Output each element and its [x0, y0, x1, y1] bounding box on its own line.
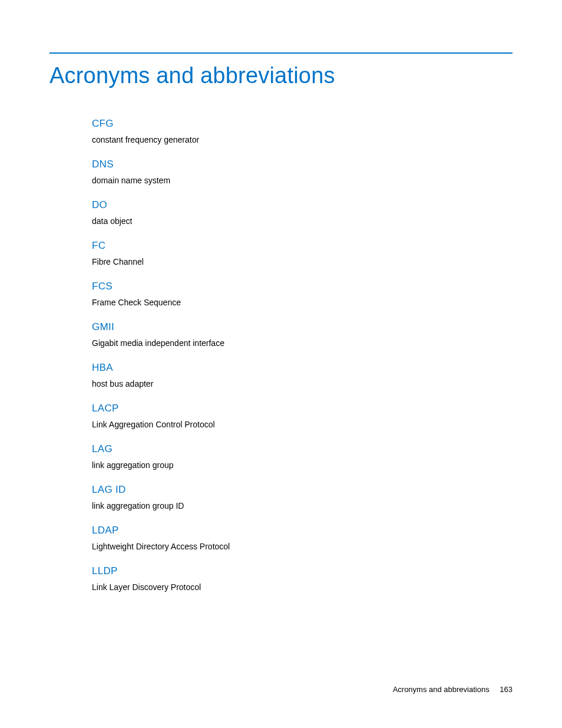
definition: domain name system: [92, 176, 513, 185]
definition: data object: [92, 216, 513, 226]
definition: constant frequency generator: [92, 135, 513, 144]
term: FCS: [92, 281, 513, 292]
definition: Link Aggregation Control Protocol: [92, 420, 513, 429]
glossary-entry: DO data object: [92, 199, 513, 226]
term: GMII: [92, 321, 513, 333]
glossary-entry: FCS Frame Check Sequence: [92, 281, 513, 307]
definition: link aggregation group ID: [92, 501, 513, 510]
glossary-entry: HBA host bus adapter: [92, 362, 513, 388]
glossary-entry: LAG link aggregation group: [92, 443, 513, 470]
term: LACP: [92, 403, 513, 414]
glossary-entry: DNS domain name system: [92, 159, 513, 185]
glossary-entry: FC Fibre Channel: [92, 240, 513, 266]
term: LDAP: [92, 525, 513, 536]
page-footer: Acronyms and abbreviations 163: [393, 685, 513, 694]
glossary-entry: LDAP Lightweight Directory Access Protoc…: [92, 525, 513, 551]
term: LAG: [92, 443, 513, 455]
term: LLDP: [92, 565, 513, 577]
definition: Link Layer Discovery Protocol: [92, 582, 513, 592]
term: DO: [92, 199, 513, 211]
glossary-entry: LAG ID link aggregation group ID: [92, 484, 513, 510]
definition: Fibre Channel: [92, 257, 513, 266]
top-rule: [49, 52, 513, 54]
term: LAG ID: [92, 484, 513, 496]
footer-section: Acronyms and abbreviations: [393, 685, 490, 694]
definition: link aggregation group: [92, 460, 513, 470]
definition: Gigabit media independent interface: [92, 338, 513, 348]
definition: host bus adapter: [92, 379, 513, 388]
glossary-content: CFG constant frequency generator DNS dom…: [92, 118, 513, 606]
definition: Lightweight Directory Access Protocol: [92, 542, 513, 551]
definition: Frame Check Sequence: [92, 298, 513, 307]
page-title: Acronyms and abbreviations: [49, 63, 335, 88]
term: HBA: [92, 362, 513, 374]
term: CFG: [92, 118, 513, 130]
term: FC: [92, 240, 513, 252]
glossary-entry: CFG constant frequency generator: [92, 118, 513, 144]
term: DNS: [92, 159, 513, 170]
glossary-entry: GMII Gigabit media independent interface: [92, 321, 513, 348]
glossary-entry: LLDP Link Layer Discovery Protocol: [92, 565, 513, 592]
glossary-entry: LACP Link Aggregation Control Protocol: [92, 403, 513, 429]
footer-page-number: 163: [500, 685, 513, 694]
